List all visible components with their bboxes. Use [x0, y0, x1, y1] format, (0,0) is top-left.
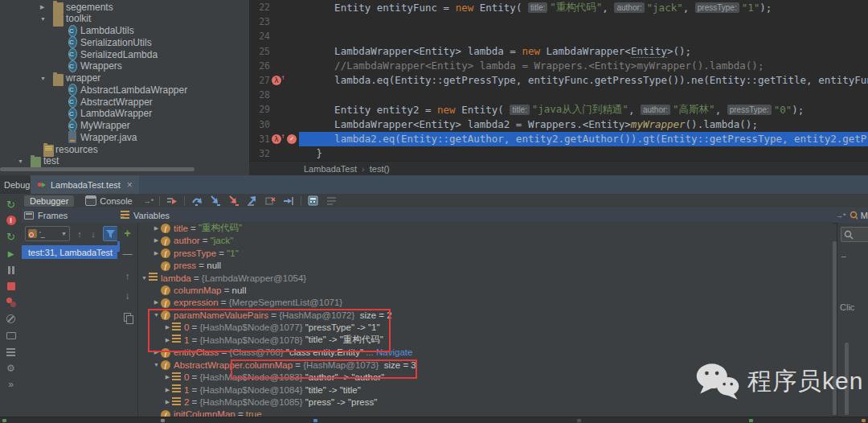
tab-console[interactable]: Console — [80, 195, 137, 207]
remove-watch-button[interactable]: — — [117, 247, 137, 261]
tree-item-LambdaWrapper[interactable]: CLambdaWrapper — [0, 108, 249, 120]
move-down-button[interactable]: ↓ — [117, 289, 137, 303]
code-line-32[interactable]: 32 } — [249, 146, 868, 161]
tree-item-toolkit[interactable]: ▼toolkit — [0, 13, 249, 25]
chevron-collapsed-icon[interactable]: ▶ — [152, 250, 161, 257]
thread-selector[interactable]: '_ ▼ — [25, 226, 70, 241]
code-line-30[interactable]: 30 LambdaWrapper<Entity> lambda2 = Wrapp… — [249, 117, 868, 131]
variable-row-press[interactable]: fpress = null — [138, 259, 833, 271]
tree-item-MyWrapper[interactable]: CMyWrapper — [0, 120, 249, 132]
code-line-24[interactable]: 24 — [249, 29, 868, 43]
variable-row-1[interactable]: ▶1 = {HashMap$Node@1078} "title" -> "重构代… — [138, 334, 833, 346]
hide-frames-filter-button[interactable] — [103, 226, 118, 241]
chevron-expanded-icon[interactable]: ▼ — [40, 13, 46, 25]
step-out-button[interactable] — [245, 195, 259, 207]
search-icon[interactable] — [850, 211, 858, 220]
variable-row-0[interactable]: ▶0 = {HashMap$Node@1077} "pressType" -> … — [138, 322, 833, 334]
run-to-cursor-button[interactable] — [282, 195, 296, 207]
step-over-button[interactable] — [190, 195, 203, 207]
settings-button[interactable]: ⚙ — [0, 362, 22, 375]
frame-down-button[interactable]: ↓ — [87, 226, 100, 241]
breakpoint-check-icon[interactable]: ✓ — [287, 134, 297, 144]
tree-item-AbstractWrapper[interactable]: CAbstractWrapper — [0, 96, 249, 108]
code-line-22[interactable]: 22 Entity entityFunc = new Entity( title… — [249, 0, 868, 14]
resume-button[interactable]: ▶ — [0, 247, 22, 260]
force-step-into-button[interactable] — [227, 195, 240, 207]
breadcrumb-class[interactable]: LambadaTest — [304, 164, 357, 174]
chevron-collapsed-icon[interactable]: ▶ — [152, 299, 161, 306]
layout-settings-button[interactable] — [325, 195, 338, 207]
restore-layout-button[interactable] — [0, 346, 22, 359]
chevron-collapsed-icon[interactable]: ▶ — [163, 337, 172, 343]
move-up-button[interactable]: ↑ — [117, 269, 137, 284]
copy-button[interactable] — [117, 310, 137, 324]
view-breakpoints-button[interactable] — [0, 296, 22, 309]
mute-breakpoints-button[interactable] — [0, 313, 22, 326]
tree-item-SerializedLambda[interactable]: CSerializedLambda — [0, 48, 249, 60]
code-line-25[interactable]: 25 LambdaWrapper<Entity> lambda = new La… — [249, 44, 868, 59]
project-tree-hscrollbar[interactable] — [0, 167, 194, 171]
debug-session-tab[interactable]: LambadaTest.test × — [31, 175, 139, 194]
variable-row-entityClass[interactable]: ▶fentityClass = {Class@768} "class entit… — [138, 347, 833, 359]
chevron-collapsed-icon[interactable]: ▶ — [152, 225, 161, 232]
code-line-23[interactable]: 23 — [249, 14, 868, 29]
code-line-27[interactable]: 27λ lambda.eq(Entity::getPressType, enti… — [249, 73, 868, 88]
variable-row-columnMap[interactable]: fcolumnMap = null — [138, 284, 833, 296]
close-icon[interactable]: × — [127, 179, 133, 191]
tree-item-Wrapper.java[interactable]: Wrapper.java — [0, 131, 249, 143]
code-line-29[interactable]: 29 Entity entity2 = new Entity( title:"j… — [249, 102, 868, 117]
pin-icon[interactable]: →* — [144, 197, 154, 205]
pause-button[interactable] — [0, 264, 22, 277]
code-line-28[interactable]: 28 — [249, 88, 868, 102]
frame-row[interactable]: test:31, LambadaTest — [22, 245, 117, 259]
variable-row-lambda[interactable]: ▼lambda = {LambdaWrapper@1054} — [138, 272, 833, 284]
tree-item-Wrappers[interactable]: CWrappers — [0, 60, 249, 72]
right-panel-tab[interactable]: _ — [841, 248, 846, 257]
step-into-button[interactable] — [208, 195, 222, 207]
stop-button[interactable] — [0, 280, 22, 293]
chevron-collapsed-icon[interactable]: ▶ — [40, 1, 44, 13]
breadcrumb-method[interactable]: test() — [370, 164, 390, 174]
chevron-collapsed-icon[interactable]: ▶ — [152, 237, 161, 244]
tree-item-resources[interactable]: resources — [0, 143, 249, 155]
tab-debugger[interactable]: Debugger — [24, 195, 74, 207]
lambda-breakpoint-icon[interactable]: λ — [272, 76, 281, 85]
error-button[interactable]: ! — [0, 214, 22, 227]
hide-button[interactable]: » — [0, 378, 22, 391]
tree-item-wrapper[interactable]: ▼wrapper — [0, 72, 249, 84]
tree-item-segements[interactable]: ▶segements — [0, 1, 249, 13]
add-watch-button[interactable]: + — [117, 226, 137, 240]
chevron-collapsed-icon[interactable]: ▶ — [163, 387, 172, 393]
chevron-expanded-icon[interactable]: ▼ — [140, 275, 149, 281]
refresh-button[interactable]: ↻ — [0, 231, 22, 244]
tree-item-LambdaUtils[interactable]: CLambdaUtils — [0, 25, 249, 37]
rerun-button[interactable]: ↻ — [0, 198, 22, 211]
thread-dump-button[interactable] — [0, 329, 22, 342]
chevron-collapsed-icon[interactable]: ▶ — [152, 349, 161, 355]
pin-icon[interactable]: →* — [836, 212, 846, 220]
variable-value[interactable]: Navigate — [376, 347, 412, 357]
evaluate-expression-button[interactable] — [306, 195, 320, 207]
chevron-expanded-icon[interactable]: ▼ — [152, 312, 161, 318]
code-line-26[interactable]: 26 //LambdaWrapper<Entity> lambda = Wrap… — [249, 59, 868, 73]
variables-header[interactable]: Variables — [121, 207, 170, 223]
variable-row-pressType[interactable]: ▶fpressType = "1" — [138, 247, 833, 259]
variable-row-expression[interactable]: ▶fexpression = {MergeSegmentList@1071} — [138, 297, 833, 309]
variable-row-title[interactable]: ▶ftitle = "重构代码" — [138, 222, 833, 234]
code-editor[interactable]: 22 Entity entityFunc = new Entity( title… — [249, 0, 868, 161]
chevron-expanded-icon[interactable]: ▼ — [40, 72, 46, 84]
chevron-collapsed-icon[interactable]: ▶ — [163, 399, 172, 405]
search-input[interactable] — [841, 227, 868, 242]
lambda-breakpoint-icon[interactable]: λ — [272, 134, 281, 144]
code-line-31[interactable]: 31λ✓ lambda2.eq(Entity::getAuthor, entit… — [249, 132, 868, 146]
chevron-expanded-icon[interactable]: ▼ — [152, 362, 161, 368]
variable-row-initColumnMap[interactable]: finitColumnMap = true — [138, 409, 833, 417]
variable-row-paramNameValuePairs[interactable]: ▼fparamNameValuePairs = {HashMap@1072} s… — [138, 309, 833, 321]
show-execution-point-button[interactable] — [166, 195, 179, 207]
tree-item-SerializationUtils[interactable]: CSerializationUtils — [0, 36, 249, 48]
chevron-expanded-icon[interactable]: ▼ — [18, 155, 23, 167]
chevron-collapsed-icon[interactable]: ▶ — [163, 374, 172, 380]
tree-item-AbstractLambdaWrapper[interactable]: CAbstractLambdaWrapper — [0, 84, 249, 96]
status-bar[interactable] — [0, 417, 868, 423]
tree-item-test[interactable]: ▼test — [0, 155, 249, 167]
